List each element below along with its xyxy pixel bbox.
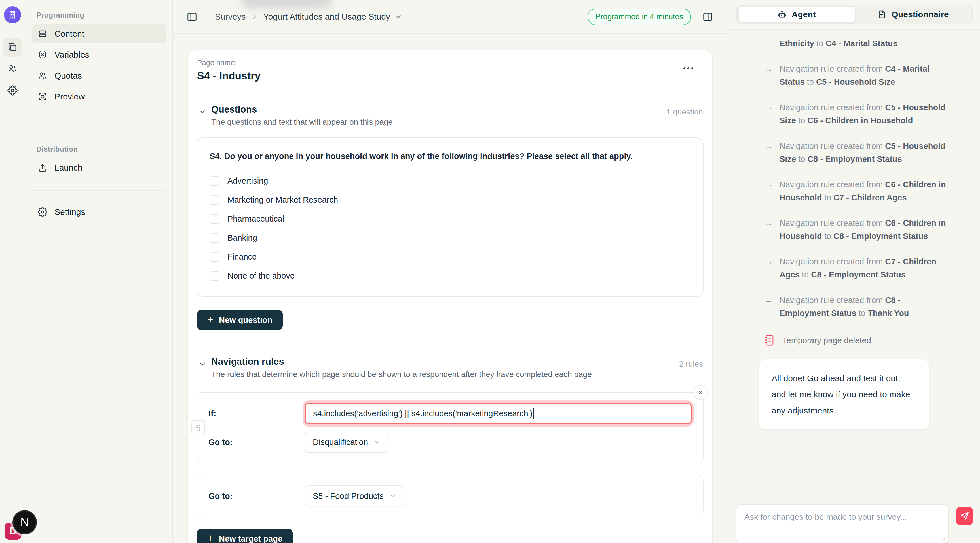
event-text: Ethnicity to C4 - Marital Status [780, 37, 897, 50]
condition-input[interactable]: s4.includes('advertising') || s4.include… [305, 403, 692, 424]
rows-icon [37, 29, 48, 38]
panel-tabs-wrap: Agent Questionnaire [727, 0, 980, 30]
agent-panel: Agent Questionnaire Ethnicity to C4 - Ma… [727, 0, 980, 543]
page-name-label: Page name: [197, 59, 692, 67]
page-menu-icon[interactable] [683, 67, 693, 70]
goto-row: Go to: Disqualification [208, 432, 692, 452]
event-text: Navigation rule created from C4 - Marita… [780, 62, 950, 89]
new-question-label: New question [219, 316, 272, 325]
rail-surveys-button[interactable] [3, 38, 22, 57]
nav-divider [33, 191, 165, 191]
question-option: Pharmaceutical [210, 214, 690, 224]
question-count: 1 question [667, 107, 703, 116]
deleted-event: Temporary page deleted [764, 334, 950, 346]
sidebar-item-quotas[interactable]: Quotas [32, 66, 166, 85]
panel-right-toggle-icon[interactable] [702, 11, 713, 22]
chat-input-row: Ask for changes to be made to your surve… [727, 498, 980, 543]
rules-subtitle: The rules that determine which page shou… [211, 370, 592, 379]
collapse-chevron-icon[interactable] [199, 360, 211, 368]
resize-grip-icon[interactable] [941, 536, 945, 541]
page-content: Page name: S4 - Industry Questions The q… [173, 34, 727, 543]
agent-event: →Navigation rule created from C8 - Emplo… [764, 294, 950, 320]
option-checkbox[interactable] [210, 214, 220, 224]
paper-plane-icon [961, 512, 969, 520]
card-divider [188, 92, 712, 92]
remove-rule-button[interactable] [693, 385, 708, 400]
agent-event: →Navigation rule created from C5 - House… [764, 140, 950, 165]
sidebar-item-label: Launch [54, 163, 82, 173]
question-option: Advertising [210, 176, 690, 186]
new-question-button[interactable]: + New question [197, 310, 283, 330]
arrow-right-icon: → [764, 294, 774, 320]
chevron-down-icon[interactable] [395, 13, 402, 21]
option-checkbox[interactable] [210, 252, 220, 262]
chat-input[interactable]: Ask for changes to be made to your surve… [736, 505, 949, 543]
rules-title: Navigation rules [211, 356, 592, 367]
event-text: Navigation rule created from C8 - Employ… [780, 294, 950, 320]
navigation-rules-section: Navigation rules The rules that determin… [188, 356, 712, 543]
rules-header-text: Navigation rules The rules that determin… [211, 356, 592, 379]
goto-target-dropdown[interactable]: Disqualification [305, 432, 388, 452]
gear-icon [7, 85, 18, 95]
rules-header: Navigation rules The rules that determin… [197, 356, 703, 379]
goto-target-value: S5 - Food Products [313, 491, 383, 501]
breadcrumb-surveys[interactable]: Surveys [215, 12, 245, 22]
if-row: If: s4.includes('advertising') || s4.inc… [208, 403, 692, 424]
arrow-right-icon: → [764, 178, 774, 204]
questions-header: Questions The questions and text that wi… [197, 104, 703, 127]
page-card: Page name: S4 - Industry Questions The q… [188, 50, 713, 543]
question-option: Marketing or Market Research [210, 195, 690, 205]
programming-section-label: Programming [32, 11, 166, 19]
event-list: Ethnicity to C4 - Marital Status→Navigat… [764, 37, 950, 320]
dev-badge-n[interactable]: N [13, 510, 37, 535]
agent-event: Ethnicity to C4 - Marital Status [764, 37, 950, 50]
new-target-page-button[interactable]: + New target page [197, 529, 293, 543]
goto-target-dropdown[interactable]: S5 - Food Products [305, 486, 404, 506]
document-icon [877, 10, 886, 19]
question-option: None of the above [210, 271, 690, 281]
option-checkbox[interactable] [210, 176, 220, 186]
deleted-event-label: Temporary page deleted [782, 336, 871, 345]
navigation-rule-card: Go to: S5 - Food Products [197, 475, 703, 517]
sidebar-item-content[interactable]: Content [32, 24, 166, 43]
option-label: Advertising [228, 176, 268, 186]
question-option: Banking [210, 233, 690, 243]
tab-questionnaire[interactable]: Questionnaire [855, 6, 971, 23]
panel-tabs: Agent Questionnaire [737, 5, 973, 24]
blur-artifact [241, 0, 332, 8]
topbar: Surveys Yogurt Attitudes and Usage Study… [173, 0, 727, 34]
option-checkbox[interactable] [210, 271, 220, 281]
option-label: None of the above [228, 271, 294, 281]
option-label: Finance [228, 252, 257, 262]
option-checkbox[interactable] [210, 195, 220, 205]
goto-label: Go to: [208, 491, 305, 501]
sidebar-item-launch[interactable]: Launch [32, 158, 166, 178]
company-logo[interactable] [4, 6, 21, 23]
panel-left-toggle-icon[interactable] [186, 11, 197, 22]
option-list: AdvertisingMarketing or Market ResearchP… [210, 176, 690, 281]
chevron-right-icon [251, 14, 258, 20]
upload-icon [37, 163, 48, 173]
rail-audience-button[interactable] [3, 60, 22, 78]
sidebar-item-preview[interactable]: Preview [32, 87, 166, 106]
sidebar-item-label: Quotas [54, 71, 82, 81]
option-checkbox[interactable] [210, 233, 220, 243]
page-title: S4 - Industry [197, 70, 692, 82]
collapse-chevron-icon[interactable] [199, 108, 211, 115]
goto-row: Go to: S5 - Food Products [208, 486, 692, 506]
drag-handle[interactable] [191, 420, 205, 435]
tab-agent[interactable]: Agent [738, 6, 855, 23]
send-button[interactable] [956, 507, 973, 526]
question-card: S4. Do you or anyone in your household w… [197, 137, 703, 297]
arrow-right-icon: → [764, 216, 774, 243]
agent-event: →Navigation rule created from C7 - Child… [764, 255, 950, 281]
agent-event-log: Ethnicity to C4 - Marital Status→Navigat… [727, 30, 980, 498]
sidebar-item-settings[interactable]: Settings [32, 202, 166, 222]
users-icon [37, 71, 48, 81]
rail-settings-button[interactable] [3, 81, 22, 100]
goto-label: Go to: [208, 438, 305, 447]
sidebar-item-variables[interactable]: Variables [32, 45, 166, 64]
assistant-message-bubble: All done! Go ahead and test it out, and … [759, 359, 929, 429]
option-label: Pharmaceutical [228, 214, 284, 224]
breadcrumb-current[interactable]: Yogurt Attitudes and Usage Study [263, 12, 390, 22]
